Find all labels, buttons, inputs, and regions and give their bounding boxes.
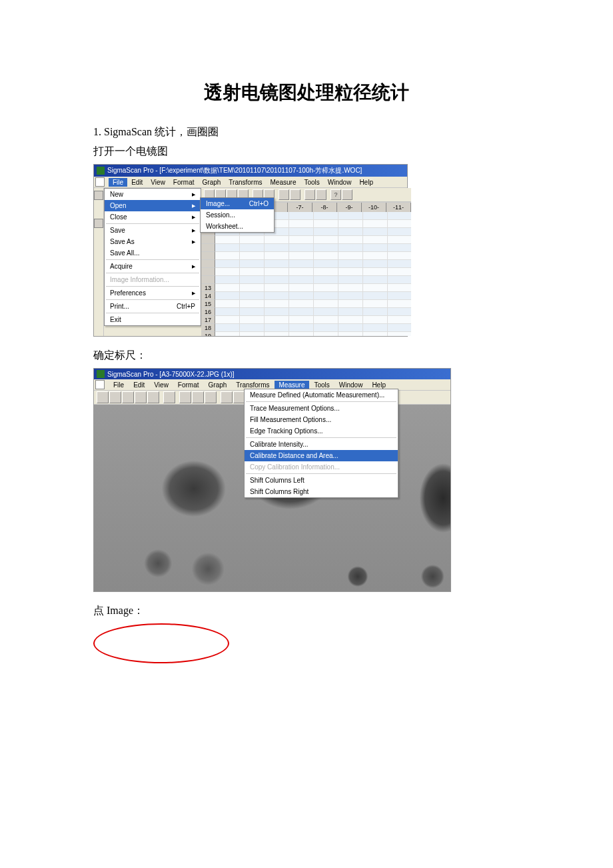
cell[interactable] [215,252,240,260]
cell[interactable] [240,268,265,276]
cell[interactable] [338,220,363,228]
cut-icon[interactable] [179,391,191,403]
cell[interactable] [388,300,411,308]
file-save[interactable]: Save [105,225,201,236]
cell[interactable] [338,212,363,220]
menu-transforms[interactable]: Transforms [225,178,266,187]
cell[interactable] [338,268,363,276]
cell[interactable] [338,332,363,336]
cell[interactable] [338,316,363,324]
shift-columns-right[interactable]: Shift Columns Right [245,486,398,497]
cell[interactable] [265,324,289,332]
cell[interactable] [289,300,314,308]
cell[interactable] [265,252,289,260]
calibrate-distance-area[interactable]: Calibrate Distance and Area... [245,450,398,461]
cell[interactable] [388,252,411,260]
cell[interactable] [289,324,314,332]
col-header[interactable]: -9- [337,203,362,212]
toolbar-btn[interactable] [290,189,301,200]
file-preferences[interactable]: Preferences [105,287,201,299]
cell[interactable] [388,244,411,252]
menu-file[interactable]: File [109,178,127,187]
zoom-in-icon[interactable] [305,189,315,200]
cell[interactable] [265,284,289,292]
open-folder-icon[interactable] [122,391,134,403]
menu-help[interactable]: Help [355,178,377,187]
cell[interactable] [240,300,265,308]
cell[interactable] [338,260,363,268]
measure-defined[interactable]: Measure Defined (Automatic Measurement).… [245,389,398,401]
menu-file[interactable]: File [109,381,129,389]
cell[interactable] [314,268,338,276]
cell[interactable] [363,292,388,300]
cell[interactable] [388,284,411,292]
cell[interactable] [215,300,240,308]
edge-options[interactable]: Edge Tracking Options... [245,425,398,437]
cell[interactable] [215,324,240,332]
cell[interactable] [314,284,338,292]
cell[interactable] [240,276,265,284]
file-close[interactable]: Close [105,211,201,223]
camera-icon[interactable] [147,391,159,403]
cell[interactable] [215,292,240,300]
toolbar-btn[interactable] [279,189,289,200]
cell[interactable] [314,252,338,260]
cell[interactable] [388,268,411,276]
cell[interactable] [289,284,314,292]
cell[interactable] [388,316,411,324]
cell[interactable] [240,252,265,260]
file-open[interactable]: Open [105,200,201,211]
cell[interactable] [388,236,411,244]
row-header[interactable]: 17 [201,316,215,324]
row-header[interactable] [201,260,215,268]
cell[interactable] [289,252,314,260]
cell[interactable] [265,268,289,276]
cell[interactable] [289,316,314,324]
cell[interactable] [289,292,314,300]
cell[interactable] [314,220,338,228]
cell[interactable] [363,332,388,336]
cell[interactable] [388,308,411,316]
cell[interactable] [363,252,388,260]
cell[interactable] [215,308,240,316]
calibrate-intensity[interactable]: Calibrate Intensity... [245,439,398,450]
cell[interactable] [215,236,240,244]
trace-options[interactable]: Trace Measurement Options... [245,403,398,414]
cell[interactable] [314,236,338,244]
cell[interactable] [240,316,265,324]
cell[interactable] [388,292,411,300]
cell[interactable] [388,212,411,220]
menu-help[interactable]: Help [367,381,390,389]
col-header[interactable]: -11- [386,203,411,212]
cell[interactable] [265,316,289,324]
cell[interactable] [388,260,411,268]
cell[interactable] [338,244,363,252]
cell[interactable] [314,244,338,252]
cell[interactable] [338,324,363,332]
cell[interactable] [265,260,289,268]
cell[interactable] [240,236,265,244]
cell[interactable] [314,324,338,332]
image-icon[interactable] [94,219,103,228]
cell[interactable] [388,324,411,332]
cell[interactable] [338,308,363,316]
cell[interactable] [388,228,411,236]
row-header[interactable] [201,244,215,252]
cell[interactable] [265,300,289,308]
cell[interactable] [240,324,265,332]
cell[interactable] [338,284,363,292]
paste-icon[interactable] [205,391,217,403]
cell[interactable] [363,324,388,332]
row-header[interactable]: 15 [201,300,215,308]
row-header[interactable]: 14 [201,292,215,300]
menu-view[interactable]: View [147,178,169,187]
cell[interactable] [314,300,338,308]
row-header[interactable] [201,276,215,284]
cell[interactable] [338,276,363,284]
row-header[interactable]: 16 [201,308,215,316]
row-header[interactable]: 18 [201,324,215,332]
cell[interactable] [388,276,411,284]
cell[interactable] [363,228,388,236]
cell[interactable] [289,236,314,244]
cell[interactable] [265,308,289,316]
